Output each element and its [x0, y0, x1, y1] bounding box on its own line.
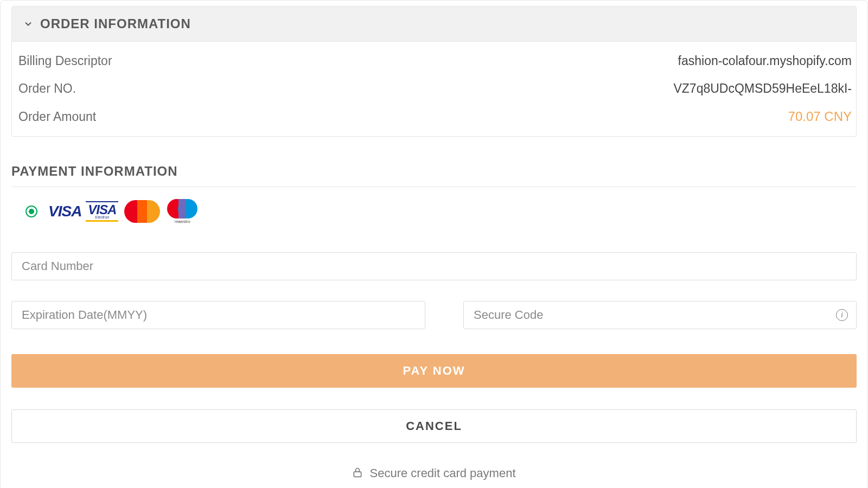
order-info-title: ORDER INFORMATION [40, 16, 191, 31]
order-row: Order Amount 70.07 CNY [18, 102, 852, 131]
expiration-date-input[interactable] [11, 301, 425, 329]
secure-footer-text: Secure credit card payment [369, 466, 515, 480]
order-amount: 70.07 CNY [788, 109, 852, 124]
svg-rect-0 [354, 472, 361, 477]
payment-method-radio[interactable] [25, 206, 37, 217]
order-value: fashion-colafour.myshopify.com [678, 54, 852, 68]
order-info-header[interactable]: ORDER INFORMATION [11, 6, 857, 42]
payment-info-title: PAYMENT INFORMATION [11, 164, 857, 187]
mastercard-logo-icon [122, 200, 163, 223]
secure-footer: Secure credit card payment [11, 466, 857, 488]
order-row: Order NO. VZ7q8UDcQMSD59HeEeL18kI- [18, 75, 852, 102]
card-logos: VISA VISA Electron [47, 200, 200, 223]
card-method-row: VISA VISA Electron [11, 187, 857, 236]
info-icon[interactable]: i [836, 309, 848, 321]
order-label: Billing Descriptor [18, 54, 112, 68]
order-row: Billing Descriptor fashion-colafour.mysh… [18, 47, 852, 75]
lock-icon [352, 466, 363, 481]
visa-electron-logo-icon: VISA Electron [85, 200, 119, 223]
pay-now-button[interactable]: PAY NOW [11, 354, 857, 388]
checkout-container: ORDER INFORMATION Billing Descriptor fas… [0, 0, 868, 488]
order-info-panel: Billing Descriptor fashion-colafour.mysh… [11, 42, 857, 137]
payment-fields: i [11, 252, 857, 329]
secure-code-input[interactable] [463, 301, 857, 329]
order-label: Order NO. [18, 81, 76, 96]
cancel-button[interactable]: CANCEL [11, 409, 857, 443]
maestro-logo-icon: maestro [165, 200, 200, 223]
chevron-down-icon [23, 18, 34, 29]
visa-logo-icon: VISA [47, 200, 82, 223]
order-label: Order Amount [18, 110, 96, 124]
card-number-input[interactable] [11, 252, 857, 280]
order-value: VZ7q8UDcQMSD59HeEeL18kI- [673, 81, 852, 96]
